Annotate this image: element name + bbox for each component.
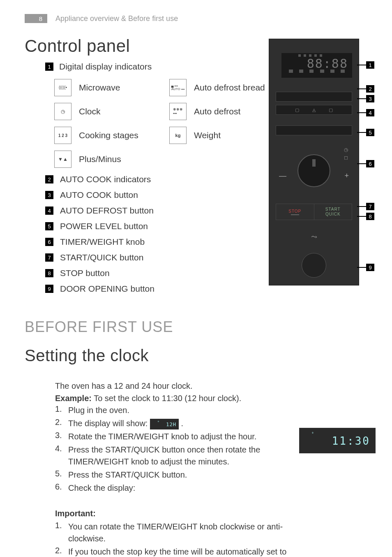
timer-weight-knob[interactable] <box>297 154 330 187</box>
important-label: Important: <box>55 509 293 518</box>
panel-list-label: AUTO COOK button <box>60 190 138 200</box>
digital-display: 88:88 <box>281 53 352 78</box>
step-item: 5.Press the START/QUICK button. <box>55 469 293 481</box>
clock-intro: The oven has a 12 and 24 hour clock. <box>55 380 293 392</box>
defrost-bread-icon: ▄ •••AUTO ••• <box>169 79 187 96</box>
start-stop-row: STOP STARTQUICK <box>276 204 352 220</box>
weight-icon: kg <box>169 127 187 144</box>
panel-list-label: START/QUICK button <box>60 253 143 262</box>
panel-body: 88:88 ▢◬▢ — + ◷◻ STOP STARTQUICK ⤳ 1 2 3 <box>269 39 359 285</box>
stages-label: Cooking stages <box>79 130 157 140</box>
step-text: Check the display: <box>68 482 135 494</box>
start-quick-button[interactable]: STARTQUICK <box>314 204 352 220</box>
weight-label: Weight <box>194 130 272 140</box>
callout-num: 5 <box>45 222 53 230</box>
step-text: Rotate the TIMER/WEIGHT knob to adjust t… <box>68 431 256 443</box>
step-item: 6.Check the display: <box>55 482 293 494</box>
microwave-icon: (((((• <box>54 79 71 96</box>
before-first-use-title: BEFORE FIRST USE <box>25 318 367 336</box>
callout-num-1: 1 <box>45 63 53 71</box>
step-number: 1. <box>55 404 68 416</box>
step-number: 3. <box>55 431 68 443</box>
important-text: You can rotate the TIMER/WEIGHT knob clo… <box>68 521 293 545</box>
door-opening-button[interactable] <box>302 253 326 278</box>
step-number: 2. <box>55 418 68 429</box>
callout-num: 2 <box>45 175 53 183</box>
panel-list-label: STOP button <box>60 268 110 278</box>
callout-num: 9 <box>45 285 53 293</box>
callout-num: 4 <box>45 207 53 215</box>
display-segments: 88:88 <box>307 56 348 71</box>
callout-num: 3 <box>45 191 53 199</box>
clock-icon: ◷ <box>54 103 71 120</box>
stop-button[interactable]: STOP <box>276 204 314 220</box>
step-number: 4. <box>55 444 68 468</box>
important-number: 1. <box>55 521 68 545</box>
setting-clock-body: The oven has a 12 and 24 hour clock. Exa… <box>55 380 293 557</box>
step-number: 5. <box>55 469 68 481</box>
page-number-box: 8 <box>25 14 47 23</box>
step-text: Press the START/QUICK button once then r… <box>68 444 293 468</box>
important-number: 2. <box>55 546 68 557</box>
microwave-label: Microwave <box>79 83 157 93</box>
step-item: 2.The display will show: °12H . <box>55 418 293 429</box>
panel-list-label: AUTO DEFROST button <box>60 206 154 216</box>
plusminus-label: Plus/Minus <box>79 154 157 164</box>
callout-num: 7 <box>45 253 53 262</box>
panel-list-label: DOOR OPENING button <box>60 284 154 294</box>
inline-display: °12H <box>150 419 179 429</box>
important-item: 2.If you touch the stop key the time wil… <box>55 546 293 557</box>
step-text: Plug in the oven. <box>68 404 129 416</box>
stages-icon: 1 2 3 <box>54 127 71 144</box>
header-title: Appliance overview & Before first use <box>55 14 178 23</box>
power-level-button[interactable] <box>276 125 352 135</box>
step-item: 3.Rotate the TIMER/WEIGHT knob to adjust… <box>55 431 293 443</box>
page-header: 8 Appliance overview & Before first use <box>25 12 367 25</box>
defrost-label: Auto defrost <box>194 107 272 116</box>
defrost-bread-label: Auto defrost bread <box>194 83 272 93</box>
step-item: 4.Press the START/QUICK button once then… <box>55 444 293 468</box>
clock-example: Example: To set the clock to 11:30 (12 h… <box>55 392 293 404</box>
result-display: ° 11:30 <box>299 428 376 453</box>
auto-defrost-button[interactable]: ▢◬▢ <box>276 105 352 115</box>
control-panel-diagram: 88:88 ▢◬▢ — + ◷◻ STOP STARTQUICK ⤳ 1 2 3 <box>269 39 376 285</box>
result-display-value: 11:30 <box>332 435 370 447</box>
panel-list-label: POWER LEVEL button <box>60 221 148 231</box>
minus-icon: — <box>279 172 286 180</box>
step-text: The display will show: °12H . <box>68 418 183 429</box>
clock-label: Clock <box>79 107 157 116</box>
knob-side-icons: ◷◻ <box>344 146 348 162</box>
indicator-heading: Digital display indicators <box>59 62 152 72</box>
panel-list-label: TIMER/WEIGHT knob <box>60 237 145 247</box>
panel-list-label: AUTO COOK indicators <box>60 174 151 184</box>
plus-icon: + <box>344 172 349 180</box>
plusminus-icon: ▼▲ <box>54 151 71 168</box>
step-number: 6. <box>55 482 68 494</box>
door-icon: ⤳ <box>311 232 317 241</box>
defrost-icon: ❅❅❅••• <box>169 103 187 120</box>
step-item: 1.Plug in the oven. <box>55 404 293 416</box>
setting-clock-title: Setting the clock <box>25 346 367 365</box>
auto-cook-button[interactable] <box>276 92 352 102</box>
callout-num: 6 <box>45 238 53 246</box>
important-item: 1.You can rotate the TIMER/WEIGHT knob c… <box>55 521 293 545</box>
callout-num: 8 <box>45 269 53 277</box>
important-text: If you touch the stop key the time will … <box>68 546 293 557</box>
step-text: Press the START/QUICK button. <box>68 469 187 481</box>
